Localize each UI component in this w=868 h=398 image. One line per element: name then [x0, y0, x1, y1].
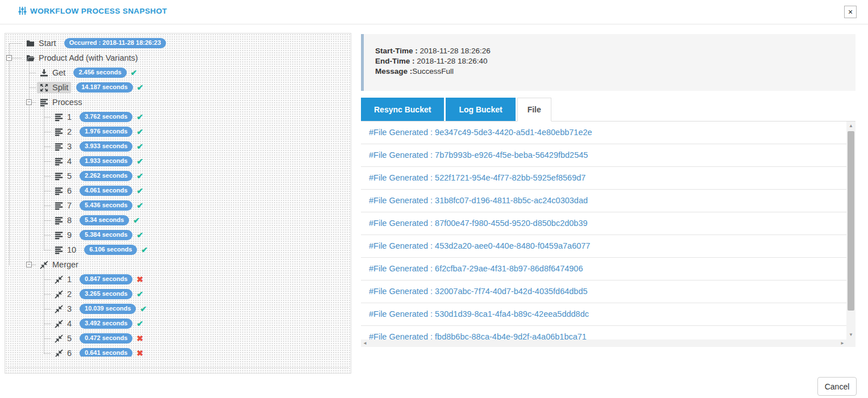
tree-node[interactable]: − Split 14.187 seconds ✔ ✖: [5, 80, 351, 95]
tree-node-core[interactable]: 2: [52, 126, 74, 137]
tree-node[interactable]: − 6 4.061 seconds ✔ ✖: [5, 183, 351, 198]
close-button[interactable]: ×: [844, 6, 857, 18]
success-check-icon: ✔: [137, 83, 144, 92]
duration-badge: 0.641 seconds: [80, 348, 132, 357]
scroll-right-arrow[interactable]: ►: [840, 341, 845, 346]
horizontal-scrollbar[interactable]: ◄ ►: [361, 340, 846, 347]
tree-node-core[interactable]: Split: [37, 82, 71, 93]
tree-node-core[interactable]: 6: [52, 185, 74, 196]
tree-node[interactable]: − 7 5.436 seconds ✔ ✖: [5, 198, 351, 213]
success-check-icon: ✔: [136, 186, 143, 195]
node-type-icon: [26, 54, 35, 62]
node-type-icon: [55, 216, 63, 225]
message-line: Message :SuccessFull: [375, 66, 855, 77]
tree-node[interactable]: − 3 3.933 seconds ✔ ✖: [5, 139, 351, 154]
tree-node-core[interactable]: 4: [52, 318, 74, 329]
tree-node-core[interactable]: 3: [52, 141, 74, 152]
tree-connector: [44, 279, 51, 280]
tree-node[interactable]: − 5 2.262 seconds ✔ ✖: [5, 169, 351, 183]
tree-node-core[interactable]: Start: [23, 37, 59, 49]
tree-node[interactable]: − 1 0.847 seconds ✔ ✖: [5, 272, 351, 287]
tree-node[interactable]: − 2 3.265 seconds ✔ ✖: [5, 287, 351, 301]
generated-file-link[interactable]: #File Generated : 32007abc-7f74-40d7-b42…: [361, 280, 846, 303]
tree-node-core[interactable]: 5: [52, 333, 74, 344]
tree-node-core[interactable]: Get: [37, 67, 68, 78]
workflow-tree[interactable]: − Start Occurred : 2018-11-28 18:26:23 ✔: [5, 33, 351, 357]
cancel-button[interactable]: Cancel: [817, 377, 857, 396]
tab[interactable]: Log Bucket: [446, 98, 515, 121]
tree-connector: [44, 250, 51, 250]
tree-node[interactable]: − 1 3.762 seconds ✔ ✖: [5, 110, 351, 124]
duration-badge: 2.456 seconds: [73, 68, 126, 78]
generated-file-link[interactable]: #File Generated : 87f00e47-f980-455d-952…: [361, 212, 846, 235]
success-check-icon: ✔: [141, 245, 148, 254]
scroll-left-arrow[interactable]: ◄: [363, 341, 367, 346]
tree-node[interactable]: − 3 10.039 seconds ✔ ✖: [5, 301, 351, 316]
generated-file-link[interactable]: #File Generated : 7b7b993b-e926-4f5e-beb…: [361, 144, 846, 167]
tree-connector: [30, 87, 36, 88]
tab[interactable]: Resync Bucket: [361, 98, 444, 121]
tree-node[interactable]: − Get 2.456 seconds ✔ ✖: [5, 65, 351, 80]
node-type-icon: [55, 290, 63, 299]
generated-file-link[interactable]: #File Generated : 530d1d39-8ca1-4fa4-b89…: [361, 303, 846, 326]
scrollbar-corner: [846, 340, 855, 347]
vertical-scrollbar[interactable]: ▲ ▼: [846, 122, 855, 340]
tree-node-core[interactable]: 5: [52, 170, 74, 182]
node-type-icon: [55, 334, 63, 343]
sliders-icon: [18, 6, 27, 15]
collapse-toggle[interactable]: −: [26, 262, 32, 267]
tree-node-core[interactable]: 1: [52, 111, 74, 123]
generated-file-link[interactable]: #File Generated : 453d2a20-aee0-440e-848…: [361, 235, 846, 258]
node-type-icon: [55, 128, 63, 136]
tree-node-core[interactable]: 6: [52, 347, 74, 357]
tree-node-core[interactable]: Process: [37, 97, 85, 108]
tree-node[interactable]: − 10 6.106 seconds ✔ ✖: [5, 242, 351, 257]
tree-node-core[interactable]: 3: [52, 303, 74, 315]
tree-node[interactable]: − Product Add (with Variants) ✔ ✖: [5, 51, 351, 65]
tree-node[interactable]: − Merger ✔ ✖: [5, 257, 351, 272]
success-check-icon: ✔: [131, 68, 138, 77]
node-label: 10: [67, 245, 76, 254]
tree-node-core[interactable]: 9: [52, 229, 74, 241]
tree-node[interactable]: − 2 1.976 seconds ✔ ✖: [5, 124, 351, 139]
collapse-toggle[interactable]: −: [26, 99, 32, 105]
duration-badge: 3.265 seconds: [80, 289, 132, 299]
success-check-icon: ✔: [136, 171, 143, 181]
node-label: 2: [67, 290, 72, 299]
tree-node[interactable]: − 5 0.472 seconds ✔ ✖: [5, 331, 351, 346]
tree-node[interactable]: − 6 0.641 seconds ✔ ✖: [5, 346, 351, 357]
tree-connector: [44, 117, 51, 118]
generated-file-link[interactable]: #File Generated : 522f1721-954e-4f77-82b…: [361, 167, 846, 190]
tree-node-core[interactable]: 2: [52, 288, 74, 300]
tree-node-core[interactable]: 1: [52, 274, 74, 285]
success-check-icon: ✔: [136, 319, 143, 328]
tab-label: File: [528, 105, 541, 114]
vertical-scroll-thumb[interactable]: [848, 131, 854, 311]
generated-file-link[interactable]: #File Generated : 9e347c49-5de3-4420-a5d…: [361, 122, 846, 144]
collapse-toggle[interactable]: −: [6, 55, 12, 61]
tree-connector: [10, 43, 22, 44]
tree-node-core[interactable]: 4: [52, 156, 74, 167]
tree-node[interactable]: − 4 1.933 seconds ✔ ✖: [5, 154, 351, 169]
tree-node-core[interactable]: Merger: [37, 259, 81, 270]
node-label: Split: [52, 83, 68, 92]
scroll-down-arrow[interactable]: ▼: [846, 332, 855, 337]
tree-node[interactable]: − Process ✔ ✖: [5, 95, 351, 110]
tree-node-core[interactable]: 8: [52, 215, 74, 226]
node-label: 5: [67, 334, 72, 343]
tree-node[interactable]: − 9 5.384 seconds ✔ ✖: [5, 228, 351, 242]
generated-file-link[interactable]: #File Generated : 31b8fc07-d196-4811-8b5…: [361, 190, 846, 212]
node-label: 5: [67, 171, 72, 181]
node-type-icon: [40, 83, 48, 92]
generated-file-link[interactable]: #File Generated : 6f2cfba7-29ae-4f31-8b9…: [361, 258, 846, 280]
tree-connector: [44, 220, 51, 221]
duration-badge: 2.262 seconds: [80, 171, 132, 181]
tree-node-core[interactable]: 10: [52, 244, 79, 255]
scroll-up-arrow[interactable]: ▲: [846, 123, 855, 128]
tab[interactable]: File: [517, 98, 551, 122]
tree-node[interactable]: − 4 3.492 seconds ✔ ✖: [5, 316, 351, 331]
tree-node-core[interactable]: Product Add (with Variants): [23, 52, 141, 64]
tree-node[interactable]: − Start Occurred : 2018-11-28 18:26:23 ✔: [5, 36, 351, 51]
tree-node[interactable]: − 8 5.34 seconds ✔ ✖: [5, 213, 351, 228]
tree-node-core[interactable]: 7: [52, 200, 74, 211]
